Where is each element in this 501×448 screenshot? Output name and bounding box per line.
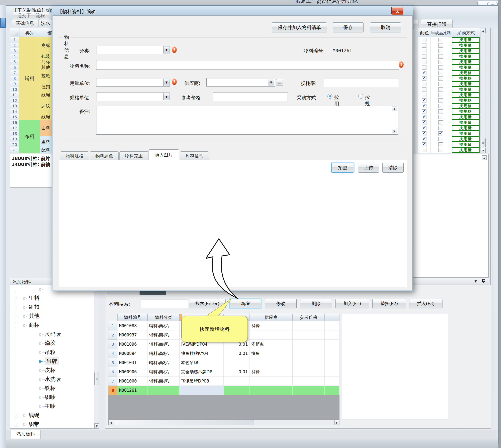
expand-icon[interactable]: + [14,422,18,426]
color-match-checkbox[interactable] [422,76,426,81]
chevron-down-icon[interactable]: ▼ [163,46,170,53]
scroll-down-icon[interactable]: ▼ [392,129,397,133]
purchase-method-cell[interactable]: 按规格 [451,76,481,81]
dialog-tab-2[interactable]: 物料颜色 [90,151,119,160]
table-cell-ref[interactable] [293,321,325,330]
category-select[interactable]: ▼ [96,46,170,54]
purchase-method-badge[interactable]: 按用量 [452,125,480,131]
table-cell-name[interactable]: 快鱼挂牌KY04 [180,349,224,358]
semi-material-checkbox[interactable] [438,137,443,141]
ref-price-input[interactable] [213,93,288,101]
purchase-method-badge[interactable]: 按用量 [452,92,480,98]
table-cell-extra[interactable] [325,321,339,330]
direct-print-button[interactable]: 直接打印 [421,19,452,29]
color-match-cell[interactable] [418,59,431,65]
color-match-checkbox[interactable] [422,126,426,130]
tree-item-其他[interactable]: +▷其他 [12,312,93,320]
fuzzy-search-input[interactable] [141,299,188,308]
grid-corner-cell[interactable] [10,28,20,38]
semi-material-cell[interactable] [431,48,451,54]
purchase-method-cell[interactable]: 按用量 [451,87,481,93]
purchase-method-badge[interactable]: 按规格 [452,109,480,114]
table-cell-code[interactable]: M001261 [117,386,148,395]
delete-button[interactable]: 删除 [300,299,332,308]
semi-material-checkbox[interactable] [438,87,443,92]
table-cell-code[interactable]: M000894 [117,349,148,358]
scroll-down-icon[interactable]: ▼ [94,423,99,428]
color-match-cell[interactable] [418,98,431,104]
table-cell-cat[interactable]: 辅料\商标\ [148,358,180,367]
table-cell-price[interactable]: 0.01 [224,349,250,358]
material-name-input[interactable] [96,60,399,70]
color-match-cell[interactable] [418,147,431,153]
table-row-number[interactable]: 3 [108,340,117,349]
semi-material-checkbox[interactable] [438,148,443,152]
table-cell-cat[interactable]: 辅料\商标\ [148,367,180,377]
semi-material-cell[interactable] [431,98,451,104]
category-cell[interactable]: 辅料 [19,37,40,120]
radio-by-spec[interactable] [358,94,363,99]
row-number[interactable]: 11 [10,92,19,98]
semi-material-cell[interactable] [431,131,451,137]
save-and-add-button[interactable]: 保存并加入物料清单 [272,22,327,32]
purchase-method-cell[interactable]: 按用量 [451,131,481,137]
table-header-supplier[interactable]: 供应商 [250,314,293,321]
tree-item-尺码唛[interactable]: ▷尺码唛 [12,330,93,338]
partial-button[interactable] [413,20,418,29]
expand-icon[interactable]: + [14,305,18,309]
table-row-number[interactable]: 1 [108,321,117,330]
purchase-method-badge[interactable]: 按用量 [452,54,480,59]
table-cell-code[interactable]: M000937 [117,330,148,340]
chevron-down-icon[interactable]: ▼ [268,79,274,86]
table-header-extra[interactable] [325,314,339,321]
semi-material-cell[interactable] [431,59,451,65]
tree-vscrollbar[interactable] [94,285,99,428]
color-match-cell[interactable] [418,131,431,137]
dialog-tab-1[interactable]: 物料规格 [60,151,89,160]
table-cell-ref[interactable] [293,340,325,349]
row-number[interactable]: 9 [10,81,19,87]
table-cell-price[interactable] [224,358,250,367]
submit-next-flow-button[interactable]: 递交下一流程 [13,12,49,19]
table-cell-supplier[interactable]: 群锋 [250,367,293,377]
purchase-method-cell[interactable]: 按用量 [451,142,481,148]
purchase-method-badge[interactable]: 按规格 [452,70,480,76]
color-match-checkbox[interactable] [422,104,426,108]
table-cell-supplier[interactable]: 快鱼 [250,349,293,358]
take-photo-button[interactable]: 拍照 [332,163,354,173]
row-number[interactable]: 16 [10,120,19,126]
dialog-tab-4[interactable]: 插入图片 [148,149,179,160]
table-cell-price[interactable] [224,377,250,386]
color-match-cell[interactable] [418,48,431,54]
color-match-cell[interactable] [418,136,431,142]
row-number[interactable]: 1 [10,37,19,43]
purchase-method-cell[interactable]: 按用量 [451,65,481,70]
replace-f2-button[interactable]: 替换(F2) [372,299,406,308]
remark-textarea[interactable] [96,106,398,135]
purchase-method-badge[interactable]: 按用量 [452,114,480,120]
row-number[interactable]: 12 [10,98,19,104]
color-match-cell[interactable] [418,43,431,48]
loss-rate-input[interactable] [323,78,399,87]
supplier-select[interactable]: ▼ [206,78,275,86]
semi-material-checkbox[interactable] [438,98,443,103]
table-cell-code[interactable]: M001031 [117,358,148,367]
purchase-method-cell[interactable]: 按用量 [451,136,481,142]
purchase-method-cell[interactable]: 按用量 [451,114,481,120]
semi-material-checkbox[interactable] [438,71,443,75]
semi-material-checkbox[interactable] [438,60,443,64]
scroll-up-icon[interactable]: ▲ [481,28,485,33]
table-cell-cat[interactable]: 辅料\商标\ [148,330,180,340]
purchase-method-cell[interactable]: 按用量 [451,147,481,153]
purchase-method-badge[interactable]: 按用量 [452,43,480,48]
semi-material-cell[interactable] [431,142,451,148]
color-match-checkbox[interactable] [422,109,426,114]
join-f1-button[interactable]: 加入(F1) [335,299,369,308]
color-match-cell[interactable] [418,70,431,76]
row-number[interactable]: 18 [10,131,19,137]
semi-material-checkbox[interactable] [438,65,443,70]
tree-item-吊粒[interactable]: ▷吊粒 [12,348,93,356]
table-hscroll-thumb[interactable] [114,420,254,425]
tree-item-主唛[interactable]: ▷主唛 [12,402,93,410]
purchase-method-cell[interactable]: 按用量 [451,120,481,126]
